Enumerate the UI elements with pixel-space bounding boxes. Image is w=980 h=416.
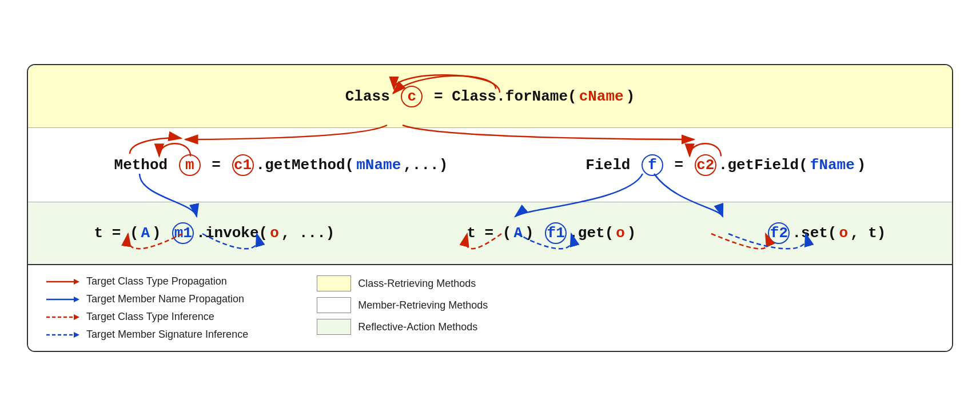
legend-red-solid-label: Target Class Type Propagation — [86, 275, 227, 287]
invoke-t: t = ( — [94, 225, 138, 242]
legend-white-label: Member-Retrieving Methods — [358, 299, 488, 311]
field-close-paren: ) — [857, 157, 866, 174]
red-solid-arrow-icon — [45, 276, 79, 287]
var-c2-circle: c2 — [695, 154, 716, 176]
field-getfield: .getField( — [719, 157, 808, 174]
yellow-box-icon — [317, 275, 351, 291]
field-keyword: Field — [585, 157, 639, 174]
method-keyword: Method — [114, 157, 177, 174]
legend-yellow-box: Class-Retrieving Methods — [317, 275, 488, 291]
cname-param: cName — [579, 88, 624, 105]
set-method: .set( — [792, 225, 836, 242]
get-o: o — [616, 225, 625, 242]
method-row: Method m = c1 .getMethod( mName ,...) Fi… — [28, 128, 952, 202]
invoke-A: A — [141, 225, 150, 242]
method-getmethod: .getMethod( — [256, 157, 354, 174]
legend-blue-solid: Target Member Name Propagation — [45, 293, 248, 305]
invoke-o: o — [270, 225, 279, 242]
white-box-icon — [317, 297, 351, 313]
legend-white-box: Member-Retrieving Methods — [317, 297, 488, 313]
var-f1-circle: f1 — [545, 222, 567, 244]
method-code: Method m = c1 .getMethod( mName ,...) — [114, 154, 448, 176]
get-method: .get( — [569, 225, 614, 242]
legend-left: Target Class Type Propagation Target Mem… — [45, 275, 248, 341]
get-t: t = ( — [467, 225, 511, 242]
get-close: ) — [627, 225, 636, 242]
blue-solid-arrow-icon — [45, 294, 79, 305]
svg-marker-13 — [74, 297, 79, 302]
class-code: Class c = Class.forName( cName ) — [345, 86, 635, 107]
legend-red-solid: Target Class Type Propagation — [45, 275, 248, 287]
legend-blue-solid-label: Target Member Name Propagation — [86, 293, 244, 305]
field-equals: = — [666, 157, 692, 174]
class-equals: = Class.forName( — [425, 88, 576, 105]
action-row: t = ( A ) m1 .invoke( o , ...) t = ( A )… — [28, 202, 952, 265]
var-c1-circle: c1 — [232, 154, 254, 176]
var-f2-circle: f2 — [768, 222, 790, 244]
red-dashed-arrow-icon — [45, 311, 79, 323]
mname-param: mName — [356, 157, 401, 174]
legend-right: Class-Retrieving Methods Member-Retrievi… — [317, 275, 488, 341]
set-o: o — [839, 225, 848, 242]
var-m1-circle: m1 — [172, 222, 194, 244]
legend-red-dashed-label: Target Class Type Inference — [86, 311, 214, 323]
invoke-paren: ) — [152, 225, 170, 242]
legend: Target Class Type Propagation Target Mem… — [28, 265, 952, 351]
var-c-circle: c — [401, 86, 423, 107]
set-code: f2 .set( o , t) — [768, 222, 886, 244]
invoke-code: t = ( A ) m1 .invoke( o , ...) — [94, 222, 334, 244]
class-row: Class c = Class.forName( cName ) — [28, 65, 952, 128]
main-diagram: Class c = Class.forName( cName ) — [27, 64, 953, 352]
method-equals: = — [203, 157, 230, 174]
var-m-circle: m — [179, 154, 201, 176]
invoke-rest: , ...) — [281, 225, 335, 242]
svg-marker-17 — [74, 332, 79, 338]
get-code: t = ( A ) f1 .get( o ) — [467, 222, 636, 244]
legend-green-label: Reflective-Action Methods — [358, 321, 477, 333]
legend-green-box: Reflective-Action Methods — [317, 319, 488, 335]
field-code: Field f = c2 .getField( fName ) — [585, 154, 866, 176]
svg-marker-11 — [74, 279, 79, 285]
method-ellipsis: ,...) — [403, 157, 448, 174]
var-f-circle: f — [642, 154, 663, 176]
svg-marker-15 — [74, 314, 79, 320]
legend-blue-dashed-label: Target Member Signature Inference — [86, 329, 248, 341]
green-box-icon — [317, 319, 351, 335]
legend-yellow-label: Class-Retrieving Methods — [358, 278, 476, 290]
get-A: A — [513, 225, 523, 242]
get-paren: ) — [525, 225, 543, 242]
class-keyword: Class — [345, 88, 399, 105]
legend-red-dashed: Target Class Type Inference — [45, 311, 248, 323]
invoke-method: .invoke( — [196, 225, 268, 242]
blue-dashed-arrow-icon — [45, 329, 79, 341]
set-rest: , t) — [850, 225, 886, 242]
fname-param: fName — [810, 157, 855, 174]
class-close-paren: ) — [626, 88, 635, 105]
legend-blue-dashed: Target Member Signature Inference — [45, 329, 248, 341]
